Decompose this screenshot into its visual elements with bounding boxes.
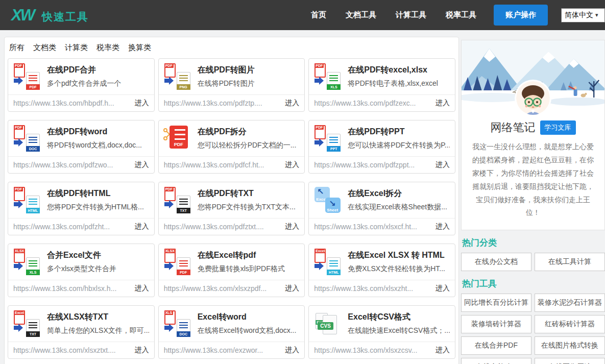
nav-item[interactable]: 计算工具 xyxy=(396,10,426,20)
filter-tab[interactable]: 文档类 xyxy=(33,43,56,53)
tool-title: 在线PDF转HTML xyxy=(47,188,149,199)
logo-xw-icon: XW xyxy=(11,6,34,25)
convert-arrow-icon xyxy=(164,79,169,83)
hot-tool-button[interactable]: 装修水泥沙石计算器 xyxy=(535,294,605,312)
enter-link[interactable]: 进入 xyxy=(435,222,450,231)
tool-card[interactable]: XLSXXLS 合并Excel文件 多个xlsx类型文件合并 https://w… xyxy=(8,244,155,297)
tool-card-text: 在线PDF转图片 在线将PDF转图片 xyxy=(198,65,300,88)
tool-card[interactable]: PDFPNG 在线PDF转图片 在线将PDF转图片 https://www.13… xyxy=(158,58,305,112)
tool-icon: ExcelSheet↖↘ xyxy=(314,186,342,214)
profile-bio: 我这一生没什么理想，就是想穿上心爱的提档紧身裤，蹬起红色豆豆鞋，在你家楼下，为你… xyxy=(470,140,596,230)
hot-tool-button[interactable]: 同比增长百分比计算 xyxy=(461,294,531,312)
tool-card[interactable]: XLSDOC Excel转word 在线将Excel转word文档,docx..… xyxy=(158,305,305,359)
study-library-badge[interactable]: 学习文库 xyxy=(540,120,576,135)
filter-tab[interactable]: 税率类 xyxy=(96,43,119,53)
doc-lines xyxy=(329,137,338,144)
tool-card[interactable]: PDFPPT 在线PDF转PPT 您可以快速将PDF文件转换为P... http… xyxy=(308,120,455,174)
target-doc-icon: TXT xyxy=(177,196,190,213)
enter-link[interactable]: 进入 xyxy=(285,222,299,231)
language-select[interactable]: 简体中文 ▾ xyxy=(561,8,605,22)
tool-card-text: 在线PDF拆分 您可以轻松拆分PDF文档的一... xyxy=(198,127,300,150)
convert-arrow-icon xyxy=(314,264,319,268)
tool-url: https://www.13ks.com/pdfztxt.... xyxy=(164,223,281,231)
enter-link[interactable]: 进入 xyxy=(135,99,149,108)
enter-link[interactable]: 进入 xyxy=(435,346,450,355)
tool-card[interactable]: PDFXLS 在线PDF转excel,xlsx 将PDF转电子表格,xlsx,e… xyxy=(308,58,455,112)
tool-card-footer: https://www.13ks.com/pdfzwo... 进入 xyxy=(8,156,154,173)
tool-url: https://www.13ks.com/xlsxcf.ht... xyxy=(314,223,431,231)
hot-tool-button[interactable]: 在线图片格式转换 xyxy=(535,336,605,355)
tool-icon: XLSXPDF xyxy=(164,248,191,276)
account-button[interactable]: 账户操作 xyxy=(494,5,548,26)
arrow-up-left-icon: ↖ xyxy=(317,188,324,196)
tool-card[interactable]: PDFPDF 在线PDF合并 多个pdf文件合并成一个 https://www.… xyxy=(8,58,155,112)
profile-name: 网络笔记 xyxy=(491,120,536,135)
tool-description: 您将PDF文件转换为TXT文本... xyxy=(198,203,300,212)
enter-link[interactable]: 进入 xyxy=(435,284,450,293)
hot-tool-button[interactable]: 在线图像压缩 xyxy=(535,358,605,364)
hot-tool-button[interactable]: 红砖标砖计算器 xyxy=(535,315,605,333)
enter-link[interactable]: 进入 xyxy=(135,222,149,231)
tool-card-top: PDFPPT 在线PDF转PPT 您可以快速将PDF文件转换为P... xyxy=(309,120,455,156)
hot-tool-button[interactable]: 在线合并PDF xyxy=(461,336,531,355)
target-format-label: PNG xyxy=(177,84,190,90)
tool-card[interactable]: PDFDOC 在线PDF转word 将PDF转word文档,docx,doc..… xyxy=(8,120,155,174)
hot-category-button[interactable]: 在线工具计算 xyxy=(535,253,605,271)
main-content: 所有文档类计算类税率类换算类 PDFPDF 在线PDF合并 多个pdf文件合并成… xyxy=(0,30,605,364)
tool-card[interactable]: PDF 在线PDF拆分 您可以轻松拆分PDF文档的一... https://ww… xyxy=(158,120,305,174)
tool-url: https://www.13ks.com/pdfzexc... xyxy=(314,99,431,107)
tool-card-footer: https://www.13ks.com/hbxlsx.h... 进入 xyxy=(8,280,154,297)
tool-card[interactable]: ExcelTXT 在线XLSX转TXT 简单上传您的XLSX文件，即可... h… xyxy=(8,305,155,359)
tool-card[interactable]: XLSXPDF 在线Excel转pdf 免费批量转换xls到PDF格式 http… xyxy=(158,244,305,297)
nav-item[interactable]: 首页 xyxy=(311,10,326,20)
enter-link[interactable]: 进入 xyxy=(285,284,299,293)
enter-link[interactable]: 进入 xyxy=(135,284,149,293)
target-format-label: PDF xyxy=(177,270,190,275)
convert-arrow-icon xyxy=(314,79,319,83)
source-doc-icon: Excel xyxy=(314,249,326,263)
enter-link[interactable]: 进入 xyxy=(135,346,149,355)
filter-tab[interactable]: 所有 xyxy=(9,43,25,53)
tool-card-footer: https://www.13ks.com/pdfztp.... 进入 xyxy=(159,94,305,111)
profile-name-row: 网络笔记 学习文库 xyxy=(462,120,604,135)
tool-url: https://www.13ks.com/pdfzht... xyxy=(13,223,131,231)
tool-icon: PDFXLS xyxy=(314,63,342,90)
tool-card[interactable]: ExcelCVS Excel转CSV格式 在线能快速Excel转CSV格式；..… xyxy=(308,305,455,359)
tool-card[interactable]: PDFTXT 在线PDF转TXT 您将PDF文件转换为TXT文本... http… xyxy=(158,182,305,235)
enter-link[interactable]: 进入 xyxy=(435,160,450,169)
nav-item[interactable]: 税率工具 xyxy=(446,10,476,20)
tool-url: https://www.13ks.com/pdfzppt... xyxy=(314,161,431,169)
target-format-label: PPT xyxy=(327,146,341,152)
enter-link[interactable]: 进入 xyxy=(285,346,299,355)
enter-link[interactable]: 进入 xyxy=(285,160,299,169)
tool-card-text: 在线Excel转pdf 免费批量转换xls到PDF格式 xyxy=(198,250,300,274)
nav-item[interactable]: 文档工具 xyxy=(346,10,376,20)
convert-arrow-icon xyxy=(164,326,169,330)
tool-card-top: ExcelHTML 在线Excel XLSX 转 HTML 免费XLSX文件轻松… xyxy=(309,244,455,280)
hot-tool-button[interactable]: 装修墙砖计算器 xyxy=(461,315,531,333)
hot-tool-button[interactable]: 在线合并xlsx xyxy=(461,358,531,364)
filter-tab[interactable]: 换算类 xyxy=(128,43,151,53)
convert-arrow-icon xyxy=(164,202,169,206)
tool-card-top: PDFXLS 在线PDF转excel,xlsx 将PDF转电子表格,xlsx,e… xyxy=(309,59,455,94)
filter-tab[interactable]: 计算类 xyxy=(65,43,88,53)
doc-lines xyxy=(329,75,338,83)
hot-category-button[interactable]: 在线办公文档 xyxy=(461,253,531,271)
arrow-down-right-icon: ↘ xyxy=(329,200,335,208)
target-doc-icon: HTML xyxy=(327,257,341,275)
tool-url: https://www.13ks.com/pdfzwo... xyxy=(13,161,131,169)
target-doc-icon: XLS xyxy=(327,72,341,90)
doc-lines xyxy=(179,199,188,206)
enter-link[interactable]: 进入 xyxy=(285,99,299,108)
convert-arrow-icon xyxy=(14,140,18,144)
tool-card[interactable]: ExcelHTML 在线Excel XLSX 转 HTML 免费XLSX文件轻松… xyxy=(308,244,455,297)
source-doc-icon: Excel xyxy=(14,310,25,325)
enter-link[interactable]: 进入 xyxy=(435,99,450,108)
enter-link[interactable]: 进入 xyxy=(135,160,149,169)
tool-url: https://www.13ks.com/hbpdf.h... xyxy=(13,99,131,107)
tool-card-top: XLSDOC Excel转word 在线将Excel转word文档,docx..… xyxy=(159,306,305,342)
tool-title: 在线PDF转PPT xyxy=(348,127,450,137)
tool-card[interactable]: PDFHTML 在线PDF转HTML 您将PDF文件转换为HTML格... ht… xyxy=(8,182,155,235)
logo[interactable]: XW 快速工具 xyxy=(11,6,89,25)
tool-card[interactable]: ExcelSheet↖↘ 在线Excel拆分 在线实现Excel表格Sheet数… xyxy=(308,182,455,235)
